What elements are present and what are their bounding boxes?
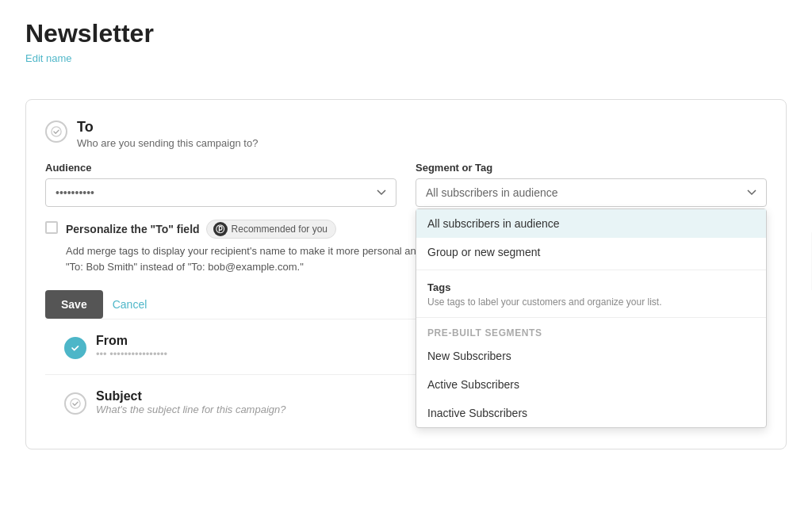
- subject-section-title: Subject: [96, 389, 286, 404]
- feedback-tab-wrapper: Feedback: [754, 252, 812, 273]
- dropdown-item-all-subscribers[interactable]: All subscribers in audience: [416, 209, 766, 238]
- page-title: Newsletter: [25, 19, 787, 48]
- personalize-checkbox[interactable]: [45, 221, 58, 234]
- to-section: To Who are you sending this campaign to?…: [45, 119, 767, 319]
- segment-group: Segment or Tag All subscribers in audien…: [416, 162, 767, 207]
- dropdown-prebuilt-label: Pre-built Segments: [416, 321, 766, 342]
- badge-icon: ⓟ: [213, 222, 228, 236]
- dropdown-divider-2: [416, 317, 766, 318]
- dropdown-item-new-subscribers[interactable]: New Subscribers: [416, 342, 766, 370]
- to-form-grid: Audience •••••••••• Segment or Tag All s…: [45, 162, 767, 207]
- personalize-label: Personalize the "To" field: [66, 223, 200, 235]
- recommended-text: Recommended for you: [232, 224, 327, 235]
- audience-select[interactable]: ••••••••••: [45, 178, 396, 207]
- dropdown-item-inactive-subscribers[interactable]: Inactive Subscribers: [416, 399, 766, 427]
- subject-section-content: Subject What's the subject line for this…: [96, 389, 286, 415]
- to-section-icon: [45, 120, 67, 143]
- subject-section-subtitle: What's the subject line for this campaig…: [96, 404, 286, 415]
- campaign-card: To Who are you sending this campaign to?…: [25, 99, 787, 449]
- dropdown-item-active-subscribers[interactable]: Active Subscribers: [416, 370, 766, 399]
- svg-point-1: [71, 398, 80, 407]
- dropdown-divider-1: [416, 270, 766, 270]
- from-section-icon: [64, 337, 86, 359]
- subject-section-icon: [64, 392, 86, 415]
- dropdown-tags-subtext: Use tags to label your customers and org…: [416, 296, 766, 314]
- to-section-title: To: [77, 119, 258, 136]
- checkmark-icon: [70, 342, 81, 354]
- from-section-title: From: [96, 334, 167, 348]
- to-section-title-group: To Who are you sending this campaign to?: [77, 119, 258, 149]
- to-section-subtitle: Who are you sending this campaign to?: [77, 137, 258, 149]
- dropdown-tags-header: Tags: [416, 273, 766, 296]
- segment-select[interactable]: All subscribers in audience: [416, 178, 767, 207]
- dropdown-item-group-segment[interactable]: Group or new segment: [416, 238, 766, 266]
- from-section-content: From ••• ••••••••••••••••: [96, 334, 167, 360]
- svg-point-0: [52, 127, 61, 136]
- audience-group: Audience ••••••••••: [45, 162, 396, 207]
- cancel-button[interactable]: Cancel: [113, 298, 147, 311]
- from-section-value: ••• ••••••••••••••••: [96, 348, 167, 360]
- save-button[interactable]: Save: [45, 290, 103, 319]
- audience-label: Audience: [45, 162, 396, 174]
- segment-label: Segment or Tag: [416, 162, 767, 174]
- circle-icon: [51, 126, 62, 137]
- circle-check-icon: [70, 398, 81, 409]
- recommended-badge: ⓟ Recommended for you: [206, 220, 336, 239]
- edit-name-link[interactable]: Edit name: [25, 52, 72, 64]
- segment-dropdown-menu: All subscribers in audience Group or new…: [416, 208, 767, 428]
